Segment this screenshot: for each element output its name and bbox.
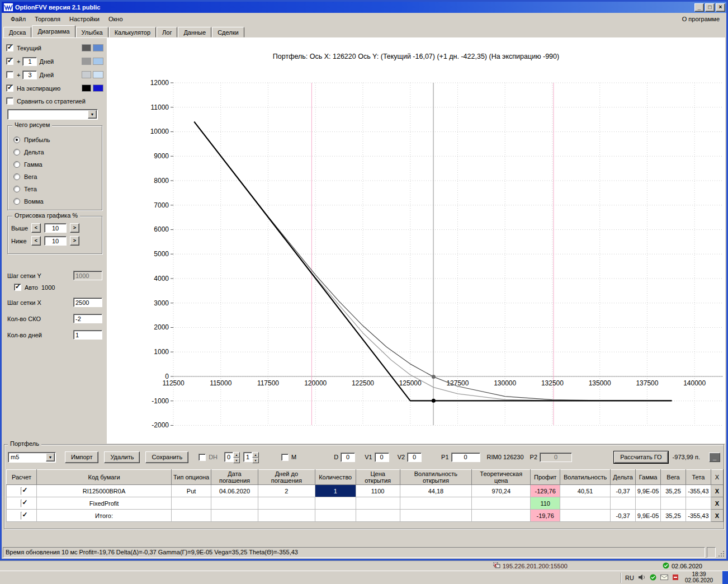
- draw-option-vomma[interactable]: Вомма: [13, 195, 102, 208]
- close-button[interactable]: ×: [716, 3, 725, 12]
- spin-down-icon[interactable]: ▼: [252, 458, 259, 463]
- speaker-icon[interactable]: [638, 574, 646, 582]
- cell-code[interactable]: Итого:: [36, 510, 171, 522]
- antivirus-icon[interactable]: [672, 574, 679, 582]
- cell-delta[interactable]: -0,37: [611, 485, 636, 497]
- cell-gamma[interactable]: 9,9E-05: [636, 485, 661, 497]
- draw-option-delta[interactable]: Дельта: [13, 146, 102, 158]
- cell-open_price[interactable]: 1100: [356, 485, 400, 497]
- row-delete-button[interactable]: X: [711, 485, 723, 497]
- cell-vol[interactable]: [560, 497, 611, 510]
- days-count-input[interactable]: [73, 330, 102, 340]
- m-checkbox[interactable]: [281, 454, 289, 461]
- col-header-profit[interactable]: Профит: [531, 470, 560, 485]
- cell-vol[interactable]: 40,51: [560, 485, 611, 497]
- cell-open_price[interactable]: [356, 510, 400, 522]
- menu-item-window[interactable]: Окно: [104, 15, 127, 23]
- cell-qty[interactable]: 1: [315, 485, 356, 497]
- tab-diagram[interactable]: Диаграмма: [32, 25, 75, 37]
- save-button[interactable]: Сохранить: [145, 451, 188, 463]
- col-header-gamma[interactable]: Гамма: [636, 470, 661, 485]
- plus3-checkbox[interactable]: [6, 71, 13, 78]
- cell-gamma[interactable]: [636, 497, 661, 510]
- row-calc-checkbox[interactable]: [21, 487, 22, 495]
- above-decrease-button[interactable]: <: [31, 223, 41, 233]
- cell-open_price[interactable]: [356, 497, 400, 510]
- sko-input[interactable]: [73, 314, 102, 323]
- cell-qty[interactable]: [315, 510, 356, 522]
- draw-option-gamma[interactable]: Гамма: [13, 158, 102, 171]
- vega-radio[interactable]: [13, 173, 20, 180]
- col-header-delta[interactable]: Дельта: [611, 470, 636, 485]
- dh-checkbox[interactable]: [198, 454, 206, 461]
- cell-open_vol[interactable]: [400, 510, 472, 522]
- tab-deals[interactable]: Сделки: [212, 27, 244, 37]
- resize-grip[interactable]: [717, 547, 725, 558]
- spin-up-icon[interactable]: ▲: [252, 452, 259, 458]
- col-header-code[interactable]: Код бумаги: [36, 470, 171, 485]
- auto-grid-checkbox[interactable]: [14, 284, 21, 291]
- menu-item-about[interactable]: О программе: [680, 15, 722, 23]
- col-header-qty[interactable]: Количество: [315, 470, 356, 485]
- below-increase-button[interactable]: >: [70, 236, 79, 246]
- cell-theta[interactable]: -355,43: [686, 510, 711, 522]
- vomma-radio[interactable]: [13, 198, 20, 205]
- cell-delta[interactable]: -0,37: [611, 510, 636, 522]
- cell-theor[interactable]: [472, 510, 531, 522]
- row-calc-checkbox[interactable]: [21, 500, 22, 507]
- portfolio-preset-select[interactable]: m5 ▼: [8, 452, 56, 463]
- cell-expiry[interactable]: 04.06.2020: [211, 485, 258, 497]
- cell-code[interactable]: FixedProfit: [36, 497, 171, 510]
- cell-profit[interactable]: -129,76: [531, 485, 560, 497]
- draw-option-theta[interactable]: Тета: [13, 183, 102, 195]
- col-header-vol[interactable]: Волатильность: [560, 470, 611, 485]
- cell-vega[interactable]: 35,25: [661, 510, 686, 522]
- profit-radio[interactable]: [13, 136, 20, 143]
- col-header-close[interactable]: X: [711, 470, 723, 485]
- col-header-open_price[interactable]: Цена открытия: [356, 470, 400, 485]
- cell-vega[interactable]: 35,25: [661, 485, 686, 497]
- cell-qty[interactable]: [315, 497, 356, 510]
- tray-clock[interactable]: 18:39 02.06.2020: [683, 571, 715, 584]
- cell-vega[interactable]: [661, 497, 686, 510]
- cell-gamma[interactable]: 9,9E-05: [636, 510, 661, 522]
- spin-up-icon[interactable]: ▲: [233, 452, 240, 458]
- plus1-checkbox[interactable]: [6, 58, 13, 65]
- cell-open_vol[interactable]: [400, 497, 472, 510]
- cell-code[interactable]: RI125000BR0A: [36, 485, 171, 497]
- row-delete-button[interactable]: X: [711, 510, 723, 522]
- cell-type[interactable]: Put: [172, 485, 211, 497]
- strategy-select[interactable]: ▼: [7, 109, 98, 120]
- plus3-days-input[interactable]: [22, 70, 37, 79]
- delete-button[interactable]: Удалить: [104, 451, 140, 463]
- cell-profit[interactable]: -19,76: [531, 510, 560, 522]
- col-header-type[interactable]: Тип опциона: [172, 470, 211, 485]
- cell-expiry[interactable]: [211, 497, 258, 510]
- row-delete-button[interactable]: X: [711, 497, 723, 510]
- menu-item-settings[interactable]: Настройки: [65, 15, 104, 23]
- theta-radio[interactable]: [13, 186, 20, 192]
- language-indicator[interactable]: RU: [625, 574, 634, 581]
- tab-data[interactable]: Данные: [178, 27, 211, 37]
- below-percent-input[interactable]: [44, 236, 67, 246]
- dh-spinner-2-input[interactable]: [243, 452, 252, 462]
- chevron-down-icon[interactable]: ▼: [88, 110, 97, 119]
- show-desktop-button[interactable]: [722, 571, 728, 584]
- payoff-chart[interactable]: -2000-1000010002000300040005000600070008…: [107, 69, 725, 439]
- spin-down-icon[interactable]: ▼: [233, 458, 240, 463]
- cell-type[interactable]: [172, 510, 211, 522]
- below-decrease-button[interactable]: <: [31, 236, 41, 246]
- mail-icon[interactable]: [660, 574, 668, 581]
- tab-log[interactable]: Лог: [157, 27, 177, 37]
- p1-input[interactable]: [451, 453, 480, 462]
- draw-option-profit[interactable]: Прибыль: [13, 134, 102, 146]
- v2-input[interactable]: [407, 453, 422, 462]
- cell-delta[interactable]: [611, 497, 636, 510]
- cell-theor[interactable]: 970,24: [472, 485, 531, 497]
- calculate-go-button[interactable]: Рассчитать ГО: [614, 451, 668, 463]
- cell-days[interactable]: 2: [258, 485, 315, 497]
- col-header-calc[interactable]: Расчет: [7, 470, 37, 485]
- row-calc-checkbox[interactable]: [21, 512, 22, 520]
- dh-spinner-1-input[interactable]: [224, 452, 233, 462]
- col-header-vega[interactable]: Вега: [661, 470, 686, 485]
